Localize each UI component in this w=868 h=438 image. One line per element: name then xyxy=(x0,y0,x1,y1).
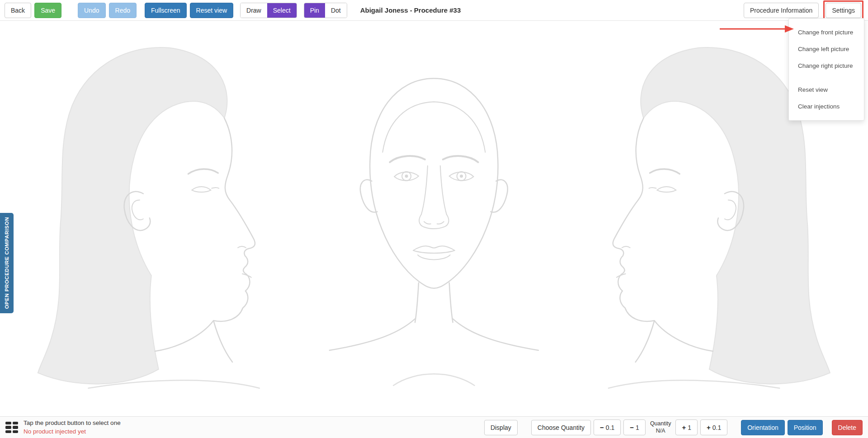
annotation-highlight-settings: Settings xyxy=(823,0,863,20)
delete-button[interactable]: Delete xyxy=(832,420,863,435)
position-button[interactable]: Position xyxy=(788,420,823,435)
minus-icon: − xyxy=(600,424,604,431)
redo-button[interactable]: Redo xyxy=(109,3,137,18)
undo-button[interactable]: Undo xyxy=(78,3,105,18)
back-button[interactable]: Back xyxy=(5,3,31,18)
bottom-messages: Tap the product button to select one No … xyxy=(24,419,121,435)
product-grid-icon xyxy=(13,430,19,433)
settings-menu: Change front picture Change left picture… xyxy=(788,18,864,121)
menu-item-change-front-picture[interactable]: Change front picture xyxy=(789,24,864,41)
display-button[interactable]: Display xyxy=(484,420,518,435)
increase-one-value: 1 xyxy=(688,424,691,431)
pin-dot-toggle-group: Pin Dot xyxy=(304,3,347,18)
menu-item-change-left-picture[interactable]: Change left picture xyxy=(789,41,864,57)
product-grid-icon xyxy=(5,430,11,433)
front-face-sketch xyxy=(308,25,560,413)
pin-toggle[interactable]: Pin xyxy=(304,3,325,18)
product-hint-text: Tap the product button to select one xyxy=(24,419,121,427)
face-left-profile[interactable] xyxy=(4,21,291,416)
product-grid-icon xyxy=(5,426,11,429)
menu-item-reset-view[interactable]: Reset view xyxy=(789,81,864,98)
orientation-button[interactable]: Orientation xyxy=(741,420,784,435)
save-button[interactable]: Save xyxy=(34,3,61,18)
procedure-information-button[interactable]: Procedure Information xyxy=(744,3,819,18)
annotation-arrow xyxy=(718,24,796,34)
open-procedure-comparison-tab[interactable]: OPEN PROCEDURE COMPARISON xyxy=(0,213,14,313)
quantity-readout: Quantity N/A xyxy=(648,420,673,434)
increase-quantity-small-button[interactable]: +0.1 xyxy=(700,419,727,435)
draw-select-toggle-group: Draw Select xyxy=(240,3,297,18)
menu-item-change-right-picture[interactable]: Change right picture xyxy=(789,57,864,74)
decrease-quantity-small-button[interactable]: −0.1 xyxy=(594,419,621,435)
select-toggle[interactable]: Select xyxy=(267,3,297,18)
toolbar-right-group: Procedure Information Settings xyxy=(744,0,863,20)
minus-icon: − xyxy=(630,424,634,431)
increase-small-value: 0.1 xyxy=(712,424,721,431)
decrease-quantity-one-button[interactable]: −1 xyxy=(623,419,646,435)
bottom-controls: Display Choose Quantity −0.1 −1 Quantity… xyxy=(484,419,863,435)
menu-group-gap xyxy=(789,74,864,81)
decrease-one-value: 1 xyxy=(636,424,639,431)
injection-canvas[interactable] xyxy=(0,21,868,416)
settings-button[interactable]: Settings xyxy=(826,3,861,18)
plus-icon: + xyxy=(707,424,711,431)
fullscreen-button[interactable]: Fullscreen xyxy=(145,3,187,18)
product-grid-icon xyxy=(5,422,11,425)
product-button[interactable] xyxy=(5,422,18,433)
menu-item-clear-injections[interactable]: Clear injections xyxy=(789,98,864,115)
product-grid-icon xyxy=(13,426,19,429)
product-grid-icon xyxy=(13,422,19,425)
face-front[interactable] xyxy=(291,21,578,416)
quantity-value: N/A xyxy=(650,428,671,435)
quantity-label: Quantity xyxy=(650,420,671,428)
no-product-warning: No product injected yet xyxy=(24,428,121,436)
toolbar: Back Save Undo Redo Fullscreen Reset vie… xyxy=(0,0,868,21)
side-tab-label: OPEN PROCEDURE COMPARISON xyxy=(4,217,9,309)
plus-icon: + xyxy=(682,424,686,431)
draw-toggle[interactable]: Draw xyxy=(241,3,267,18)
page-title: Abigail Joness - Procedure #33 xyxy=(360,6,461,14)
reset-view-button[interactable]: Reset view xyxy=(190,3,233,18)
decrease-small-value: 0.1 xyxy=(606,424,614,431)
left-profile-sketch xyxy=(21,25,273,413)
bottom-bar: Tap the product button to select one No … xyxy=(0,416,868,438)
increase-quantity-one-button[interactable]: +1 xyxy=(675,419,698,435)
dot-toggle[interactable]: Dot xyxy=(325,3,347,18)
choose-quantity-button[interactable]: Choose Quantity xyxy=(531,420,591,435)
